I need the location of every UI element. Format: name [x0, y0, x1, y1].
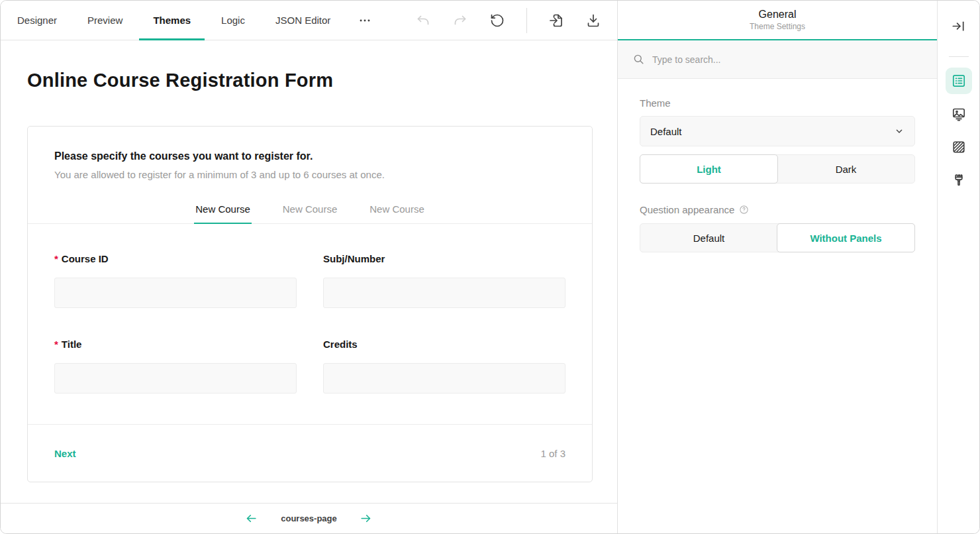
panel-tab-new-course-1[interactable]: New Course: [194, 198, 252, 223]
course-id-input[interactable]: [54, 278, 297, 308]
tab-themes[interactable]: Themes: [138, 1, 206, 40]
question-appearance-toggle: Default Without Panels: [640, 223, 915, 252]
toolbar-actions: [415, 1, 601, 40]
view-tab-strip: Designer Preview Themes Logic JSON Edito…: [2, 1, 384, 40]
panel-active-tab-underline: [194, 223, 252, 225]
tab-preview[interactable]: Preview: [72, 1, 138, 40]
tab-themes-label: Themes: [153, 15, 191, 26]
tab-designer[interactable]: Designer: [2, 1, 72, 40]
tab-logic[interactable]: Logic: [206, 1, 260, 40]
active-tab-underline: [139, 38, 205, 40]
appearance-without-panels-option[interactable]: Without Panels: [777, 223, 915, 252]
import-theme-button[interactable]: [548, 13, 564, 28]
download-icon: [585, 13, 601, 28]
main-column: Designer Preview Themes Logic JSON Edito…: [1, 1, 618, 533]
page-indicator: 1 of 3: [540, 448, 565, 459]
panel-tab-row: New Course New Course New Course: [28, 198, 592, 224]
panel-title: Please specify the courses you want to r…: [54, 150, 565, 162]
download-theme-button[interactable]: [585, 13, 601, 28]
chevron-down-icon: [894, 126, 905, 136]
header-image-icon: [951, 106, 967, 122]
courses-panel[interactable]: Please specify the courses you want to r…: [27, 126, 593, 482]
appearance-default-option[interactable]: Default: [640, 224, 777, 252]
collapse-panel-button[interactable]: [946, 13, 972, 39]
field-label-text: Credits: [323, 339, 358, 350]
theme-dropdown[interactable]: Default: [640, 116, 915, 146]
settings-search-bar: [618, 40, 937, 79]
undo-icon: [415, 13, 431, 28]
field-label-text: Subj/Number: [323, 253, 385, 264]
field-credits: Credits: [323, 339, 565, 394]
collapse-right-icon: [951, 19, 966, 34]
panel-body: *Course ID Subj/Number *Title Credits: [28, 224, 592, 424]
search-icon: [632, 53, 645, 66]
reset-icon: [489, 13, 505, 28]
arrow-right-icon: [360, 512, 372, 525]
field-label: *Course ID: [54, 253, 297, 264]
redo-button[interactable]: [452, 13, 468, 28]
design-surface: Online Course Registration Form Please s…: [1, 40, 617, 503]
theme-tabs-strip: [937, 1, 979, 533]
required-mark: *: [54, 253, 58, 264]
field-course-id: *Course ID: [54, 253, 297, 308]
settings-title: General: [759, 9, 797, 21]
panel-footer: Next 1 of 3: [28, 424, 592, 482]
question-appearance-label: Question appearance: [640, 204, 915, 215]
toolbar-separator: [526, 8, 527, 33]
next-button[interactable]: Next: [54, 448, 76, 459]
more-icon: [358, 13, 372, 28]
title-input[interactable]: [54, 363, 297, 394]
panel-tab-label: New Course: [283, 203, 338, 215]
panel-header: Please specify the courses you want to r…: [28, 127, 592, 180]
theme-settings-panel: General Theme Settings Theme Default Lig…: [618, 1, 937, 533]
settings-header: General Theme Settings: [618, 1, 937, 40]
panel-tab-new-course-2[interactable]: New Course: [281, 198, 339, 223]
credits-input[interactable]: [323, 363, 565, 394]
help-icon[interactable]: [739, 205, 749, 215]
reset-theme-button[interactable]: [489, 13, 505, 28]
question-appearance-block: Question appearance Default Without Pane…: [640, 204, 915, 252]
tab-logic-label: Logic: [221, 15, 245, 26]
general-settings-icon: [951, 73, 967, 89]
previous-page-button[interactable]: [245, 512, 258, 525]
survey-creator-window: Designer Preview Themes Logic JSON Edito…: [0, 0, 980, 534]
field-label-text: Title: [62, 339, 82, 350]
survey-title: Online Course Registration Form: [27, 70, 591, 91]
field-label: Credits: [323, 339, 565, 350]
tab-json-editor[interactable]: JSON Editor: [260, 1, 346, 40]
strip-divider: [949, 56, 969, 57]
import-icon: [548, 13, 564, 28]
next-page-button[interactable]: [360, 512, 373, 525]
mode-light-option[interactable]: Light: [640, 154, 778, 184]
creator-toolbar: Designer Preview Themes Logic JSON Edito…: [1, 1, 617, 40]
theme-dropdown-value: Default: [650, 126, 682, 137]
panel-tab-new-course-3[interactable]: New Course: [368, 198, 426, 223]
appearance-settings-tab[interactable]: [946, 167, 972, 193]
background-settings-tab[interactable]: [946, 134, 972, 160]
panel-tab-label: New Course: [195, 203, 250, 215]
mode-dark-option[interactable]: Dark: [777, 155, 914, 183]
field-label: *Title: [54, 339, 297, 350]
arrow-left-icon: [245, 512, 258, 525]
question-appearance-label-text: Question appearance: [640, 204, 734, 215]
redo-icon: [452, 13, 468, 28]
theme-mode-toggle: Light Dark: [640, 154, 915, 184]
paint-brush-icon: [951, 172, 967, 188]
undo-button[interactable]: [415, 13, 431, 28]
panel-description: You are allowed to register for a minimu…: [54, 169, 565, 180]
tab-designer-label: Designer: [17, 15, 57, 26]
settings-subtitle: Theme Settings: [750, 22, 805, 31]
header-settings-tab[interactable]: [946, 101, 972, 127]
page-navigator: courses-page: [1, 503, 617, 533]
more-tabs-button[interactable]: [346, 1, 384, 40]
tab-preview-label: Preview: [87, 15, 122, 26]
field-label: Subj/Number: [323, 253, 565, 264]
settings-body: Theme Default Light Dark Question appear…: [618, 79, 937, 271]
subj-number-input[interactable]: [323, 278, 565, 308]
theme-label: Theme: [640, 97, 915, 109]
required-mark: *: [54, 339, 58, 350]
current-page-name: courses-page: [281, 513, 337, 523]
general-settings-tab[interactable]: [946, 68, 972, 94]
settings-search-input[interactable]: [652, 54, 922, 65]
field-title: *Title: [54, 339, 297, 394]
